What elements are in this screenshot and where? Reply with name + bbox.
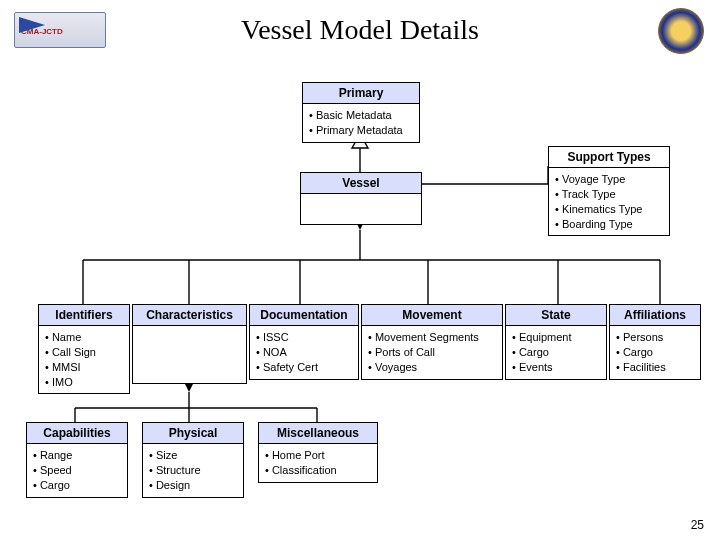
physical-box: PhysicalSizeStructureDesign	[142, 422, 244, 498]
page-number: 25	[691, 518, 704, 532]
logo-left: CMA-JCTD	[14, 12, 106, 48]
support-types-box: Support Types Voyage TypeTrack TypeKinem…	[548, 146, 670, 236]
svg-marker-11	[185, 384, 193, 392]
affiliations-box: AffiliationsPersonsCargoFacilities	[609, 304, 701, 380]
primary-box: Primary Basic MetadataPrimary Metadata	[302, 82, 420, 143]
capabilities-box: CapabilitiesRangeSpeedCargo	[26, 422, 128, 498]
vessel-box: Vessel	[300, 172, 422, 225]
identifiers-box: IdentifiersNameCall SignMMSIIMO	[38, 304, 130, 394]
miscellaneous-box: MiscellaneousHome PortClassification	[258, 422, 378, 483]
movement-box: MovementMovement SegmentsPorts of CallVo…	[361, 304, 503, 380]
support-title: Support Types	[549, 147, 669, 168]
primary-title: Primary	[303, 83, 419, 104]
logo-right-seal	[658, 8, 704, 54]
documentation-box: DocumentationISSCNOASafety Cert	[249, 304, 359, 380]
vessel-title: Vessel	[301, 173, 421, 194]
page-title: Vessel Model Details	[0, 0, 720, 46]
state-box: StateEquipmentCargoEvents	[505, 304, 607, 380]
characteristics-box: Characteristics	[132, 304, 247, 384]
